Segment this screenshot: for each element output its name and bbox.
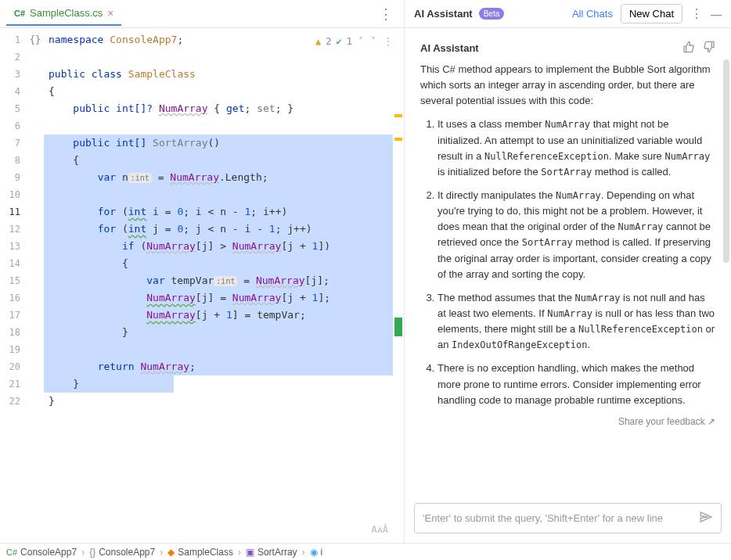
warning-count: 2 (326, 33, 331, 50)
ai-message-body: This C# method appears to implement the … (420, 62, 715, 408)
line-number[interactable]: 8 (0, 152, 20, 169)
chevron-down-icon[interactable]: ˅ (369, 33, 377, 50)
ai-message-title: AI Assistant (420, 42, 479, 54)
breadcrumb-separator: › (160, 547, 163, 558)
breadcrumb-item[interactable]: {}ConsoleApp7 (89, 547, 155, 558)
ai-menu-icon[interactable]: ⋮ (690, 6, 703, 21)
line-number[interactable]: 13 (0, 238, 20, 255)
line-number[interactable]: 5 (0, 100, 20, 117)
line-gutter: 12345678910111213141516171819202122 (0, 28, 27, 543)
breadcrumb-label: SortArray (257, 547, 297, 558)
line-number[interactable]: 4 (0, 83, 20, 100)
ai-input-row (405, 497, 731, 543)
line-number[interactable]: 22 (0, 393, 20, 410)
ai-title: AI Assistant (414, 8, 473, 20)
meth-icon: ▣ (246, 547, 254, 558)
thumbs-down-icon[interactable] (703, 41, 715, 56)
breadcrumb-label: SampleClass (178, 547, 233, 558)
line-number[interactable]: 7 (0, 135, 20, 152)
ai-header: AI Assistant Beta All Chats New Chat ⋮ — (405, 0, 731, 28)
inspection-widget[interactable]: ▲2 ✔1 ˄ ˅ ⋮ (315, 33, 394, 50)
fld-icon: ◉ (310, 547, 318, 558)
ai-point: There is no exception handling, which ma… (438, 361, 715, 407)
line-number[interactable]: 6 (0, 117, 20, 135)
all-chats-link[interactable]: All Chats (572, 8, 613, 20)
ai-point: The method assumes that the NumArray is … (438, 290, 715, 354)
warning-icon: ▲ (315, 33, 321, 50)
tab-filename: SampleClass.cs (30, 7, 103, 19)
breadcrumb-item[interactable]: ◆SampleClass (167, 547, 233, 558)
thumbs-up-icon[interactable] (682, 41, 695, 56)
breadcrumb-item[interactable]: C#ConsoleApp7 (6, 547, 77, 558)
pass-count: 1 (347, 33, 352, 50)
line-number[interactable]: 9 (0, 169, 20, 186)
line-number[interactable]: 1 (0, 31, 20, 48)
ai-content: AI Assistant This C# method appears to i… (405, 28, 731, 497)
breadcrumb-item[interactable]: ◉i (310, 547, 323, 558)
line-number[interactable]: 15 (0, 272, 20, 289)
cls-icon: ◆ (167, 547, 175, 558)
ai-input[interactable] (414, 503, 722, 533)
share-feedback-link[interactable]: Share your feedback ↗ (420, 416, 715, 427)
line-number[interactable]: 11 (0, 203, 20, 221)
line-number[interactable]: 19 (0, 341, 20, 358)
ai-point: It uses a class member NumArray that mig… (438, 117, 715, 180)
breadcrumb: C#ConsoleApp7›{}ConsoleApp7›◆SampleClass… (0, 543, 731, 560)
editor-tab[interactable]: C# SampleClass.cs × (6, 2, 121, 26)
tab-menu-icon[interactable]: ⋮ (374, 5, 398, 23)
breadcrumb-label: ConsoleApp7 (99, 547, 155, 558)
editor-tab-bar: C# SampleClass.cs × ⋮ (0, 0, 404, 28)
editor-pane: C# SampleClass.cs × ⋮ 123456789101112131… (0, 0, 405, 543)
ai-point: It directly manipulates the NumArray. De… (438, 188, 715, 282)
breadcrumb-item[interactable]: ▣SortArray (246, 547, 297, 558)
fold-column: {} (27, 28, 44, 543)
line-number[interactable]: 2 (0, 48, 20, 66)
breadcrumb-separator: › (302, 547, 305, 558)
breadcrumb-separator: › (81, 547, 85, 558)
line-number[interactable]: 16 (0, 289, 20, 307)
error-stripe[interactable] (393, 28, 404, 543)
breadcrumb-label: ConsoleApp7 (20, 547, 77, 558)
close-tab-icon[interactable]: × (107, 7, 113, 20)
send-icon[interactable] (699, 510, 713, 526)
ai-input-field[interactable] (423, 512, 699, 524)
proj-icon: C# (6, 547, 17, 557)
line-number[interactable]: 17 (0, 307, 20, 324)
ai-assistant-pane: AI Assistant Beta All Chats New Chat ⋮ —… (405, 0, 731, 543)
breadcrumb-separator: › (238, 547, 241, 558)
csharp-icon: C# (14, 9, 25, 18)
hide-panel-icon[interactable]: — (711, 8, 722, 20)
warning-marker[interactable] (394, 138, 402, 141)
hints-icons: AᴀÂ (372, 521, 388, 538)
line-number[interactable]: 3 (0, 66, 20, 83)
line-number[interactable]: 20 (0, 358, 20, 375)
editor-body: 12345678910111213141516171819202122 {} ▲… (0, 28, 404, 543)
beta-badge: Beta (479, 8, 505, 20)
breadcrumb-label: i (321, 547, 323, 558)
line-number[interactable]: 10 (0, 186, 20, 203)
change-marker[interactable] (394, 318, 402, 336)
ns-icon: {} (89, 547, 95, 558)
code-area[interactable]: ▲2 ✔1 ˄ ˅ ⋮ namespace ConsoleApp7; publi… (44, 28, 404, 543)
line-number[interactable]: 12 (0, 221, 20, 238)
scrollbar[interactable] (723, 59, 729, 263)
line-number[interactable]: 14 (0, 255, 20, 272)
chevron-up-icon[interactable]: ˄ (357, 33, 365, 50)
line-number[interactable]: 21 (0, 375, 20, 393)
ai-intro: This C# method appears to implement the … (420, 62, 715, 109)
warning-marker[interactable] (394, 114, 402, 117)
check-icon: ✔ (337, 33, 342, 50)
line-number[interactable]: 18 (0, 324, 20, 341)
new-chat-button[interactable]: New Chat (621, 4, 682, 23)
fold-brace-icon: {} (30, 31, 41, 48)
